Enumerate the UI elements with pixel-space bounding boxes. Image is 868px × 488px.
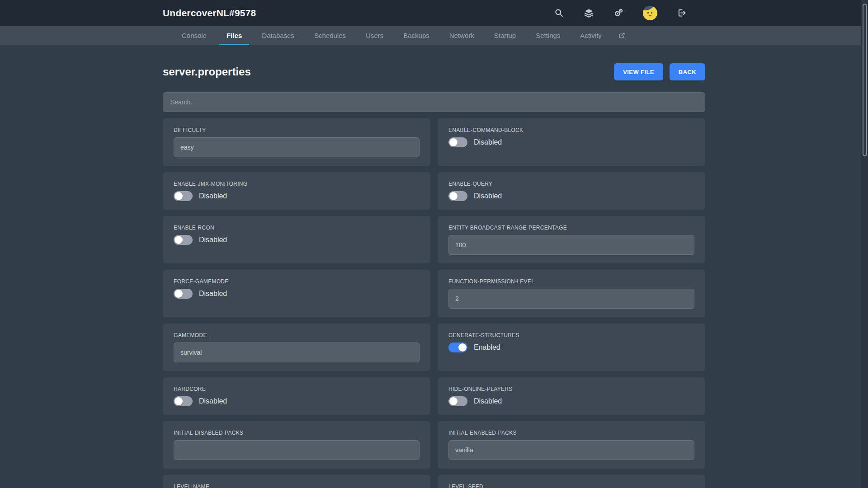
search-icon[interactable]	[553, 8, 564, 19]
main-content: server.properties VIEW FILE BACK DIFFICU…	[163, 45, 705, 488]
scrollbar-track[interactable]	[861, 0, 868, 488]
layers-icon[interactable]	[583, 8, 594, 19]
setting-card: INITIAL-DISABLED-PACKS	[163, 421, 430, 469]
setting-card: ENTITY-BROADCAST-RANGE-PERCENTAGE	[438, 216, 705, 263]
services-gears-icon[interactable]	[613, 8, 624, 19]
toggle-knob	[175, 192, 183, 200]
toggle-switch[interactable]	[174, 396, 193, 406]
toggle-state-label: Enabled	[474, 343, 500, 352]
toggle-knob	[175, 290, 183, 298]
view-file-button[interactable]: VIEW FILE	[614, 63, 663, 80]
setting-card: FUNCTION-PERMISSION-LEVEL	[438, 270, 705, 317]
toggle-knob	[449, 138, 458, 146]
setting-label: FORCE-GAMEMODE	[174, 278, 420, 285]
setting-card: ENABLE-QUERYDisabled	[438, 172, 705, 210]
tab-bar: ConsoleFilesDatabasesSchedulesUsersBacku…	[0, 26, 868, 45]
setting-label: LEVEL-SEED	[448, 483, 694, 488]
tab-startup[interactable]: Startup	[487, 26, 523, 45]
toggle-row: Disabled	[174, 235, 420, 245]
setting-label: ENABLE-COMMAND-BLOCK	[448, 127, 694, 133]
toggle-state-label: Disabled	[474, 397, 502, 405]
user-avatar[interactable]	[643, 6, 657, 20]
setting-card: GENERATE-STRUCTURESEnabled	[438, 324, 705, 371]
toggle-row: Disabled	[448, 191, 694, 201]
page-actions: VIEW FILE BACK	[614, 63, 705, 80]
toggle-state-label: Disabled	[474, 138, 502, 146]
setting-label: HIDE-ONLINE-PLAYERS	[448, 386, 694, 392]
topbar-icon-group	[553, 6, 705, 20]
search-input[interactable]	[163, 92, 705, 112]
setting-card: HARDCOREDisabled	[163, 377, 430, 415]
setting-label: ENABLE-JMX-MONITORING	[174, 181, 420, 187]
settings-grid: DIFFICULTYENABLE-COMMAND-BLOCKDisabledEN…	[163, 118, 705, 488]
setting-card: ENABLE-COMMAND-BLOCKDisabled	[438, 118, 705, 166]
toggle-state-label: Disabled	[199, 397, 227, 405]
top-bar: UndercoverNL#9578	[0, 0, 868, 26]
toggle-state-label: Disabled	[199, 192, 227, 200]
toggle-row: Disabled	[448, 396, 694, 406]
setting-label: ENABLE-RCON	[174, 225, 420, 231]
setting-card: LEVEL-NAME	[163, 475, 430, 488]
toggle-switch[interactable]	[448, 343, 467, 352]
avatar-hat	[643, 6, 655, 12]
setting-value-input[interactable]	[174, 137, 420, 157]
setting-label: ENTITY-BROADCAST-RANGE-PERCENTAGE	[448, 225, 694, 231]
setting-label: GAMEMODE	[174, 332, 420, 338]
toggle-knob	[449, 192, 458, 200]
toggle-row: Disabled	[448, 137, 694, 147]
setting-label: HARDCORE	[174, 386, 420, 392]
toggle-row: Enabled	[448, 343, 694, 352]
setting-card: GAMEMODE	[163, 324, 430, 371]
toggle-row: Disabled	[174, 396, 420, 406]
external-link-icon[interactable]	[612, 26, 632, 45]
page-title: server.properties	[163, 66, 251, 78]
setting-value-input[interactable]	[174, 343, 420, 362]
toggle-state-label: Disabled	[199, 290, 227, 298]
setting-label: INITIAL-DISABLED-PACKS	[174, 430, 420, 436]
setting-label: FUNCTION-PERMISSION-LEVEL	[448, 278, 694, 285]
toggle-switch[interactable]	[174, 235, 193, 245]
toggle-knob	[449, 397, 458, 405]
tab-activity[interactable]: Activity	[573, 26, 609, 45]
tab-settings[interactable]: Settings	[528, 26, 567, 45]
setting-value-input[interactable]	[448, 289, 694, 309]
toggle-switch[interactable]	[448, 396, 467, 406]
setting-card: ENABLE-RCONDisabled	[163, 216, 430, 263]
toggle-knob	[458, 343, 467, 352]
tab-network[interactable]: Network	[442, 26, 481, 45]
setting-value-input[interactable]	[448, 440, 694, 460]
toggle-switch[interactable]	[448, 137, 467, 147]
tab-users[interactable]: Users	[359, 26, 391, 45]
scrollbar-thumb[interactable]	[863, 4, 867, 156]
toggle-state-label: Disabled	[474, 192, 502, 200]
toggle-row: Disabled	[174, 191, 420, 201]
tab-list: ConsoleFilesDatabasesSchedulesUsersBacku…	[172, 26, 612, 45]
setting-card: LEVEL-SEED	[438, 475, 705, 488]
toggle-row: Disabled	[174, 289, 420, 299]
setting-label: INITIAL-ENABLED-PACKS	[448, 430, 694, 436]
setting-label: LEVEL-NAME	[174, 483, 420, 488]
back-button[interactable]: BACK	[670, 63, 705, 80]
tab-console[interactable]: Console	[175, 26, 214, 45]
setting-card: DIFFICULTY	[163, 118, 430, 166]
tab-databases[interactable]: Databases	[255, 26, 302, 45]
toggle-switch[interactable]	[448, 191, 467, 201]
tab-files[interactable]: Files	[219, 26, 249, 45]
toggle-state-label: Disabled	[199, 236, 227, 244]
setting-card: ENABLE-JMX-MONITORINGDisabled	[163, 172, 430, 210]
avatar-eye	[651, 12, 652, 14]
setting-label: ENABLE-QUERY	[448, 181, 694, 187]
setting-label: DIFFICULTY	[174, 127, 420, 133]
tab-schedules[interactable]: Schedules	[307, 26, 353, 45]
toggle-switch[interactable]	[174, 289, 193, 299]
tab-backups[interactable]: Backups	[396, 26, 437, 45]
setting-card: INITIAL-ENABLED-PACKS	[438, 421, 705, 469]
setting-label: GENERATE-STRUCTURES	[448, 332, 694, 338]
setting-value-input[interactable]	[448, 235, 694, 255]
avatar-mouth	[649, 15, 651, 16]
server-name-title: UndercoverNL#9578	[163, 8, 256, 19]
logout-icon[interactable]	[676, 8, 687, 19]
setting-value-input[interactable]	[174, 440, 420, 460]
setting-card: FORCE-GAMEMODEDisabled	[163, 270, 430, 317]
toggle-switch[interactable]	[174, 191, 193, 201]
